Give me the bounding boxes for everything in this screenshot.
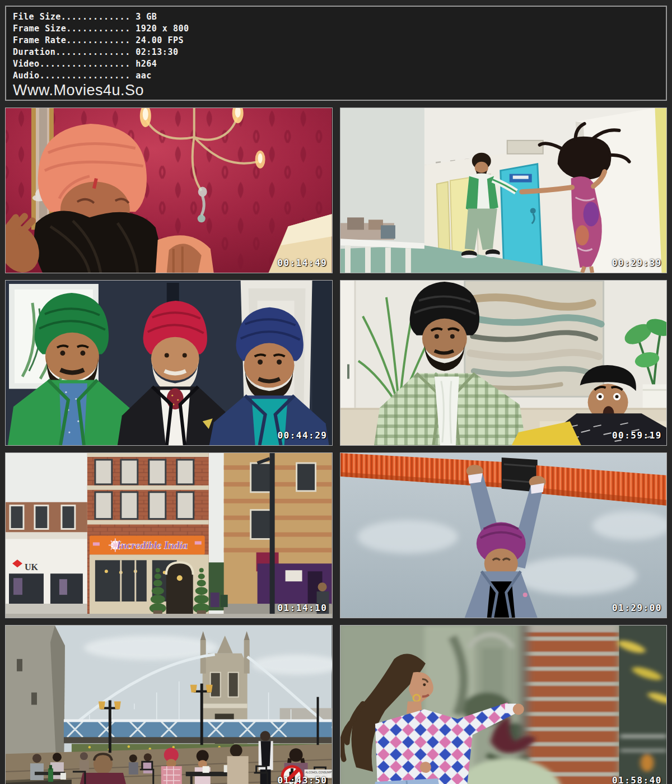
timestamp-overlay: 01:58:40 <box>612 775 662 784</box>
media-info-line: Frame Size............ 1920 x 800 <box>13 23 660 35</box>
media-info-line: Frame Rate............ 24.00 FPS <box>13 35 660 46</box>
warning-label-text: ALCOHOL CONSUMPTION IS INJURI <box>306 771 332 774</box>
screenshot-thumbnail-3: 00:44:29 <box>5 280 333 446</box>
wheelie-bin-green <box>221 595 228 607</box>
street-lamp-pole <box>270 453 275 618</box>
scene-tower-bridge: ALCOHOL CONSUMPTION IS INJURI <box>6 626 332 784</box>
timestamp-overlay: 00:29:39 <box>612 258 662 268</box>
timestamp-overlay: 00:59:19 <box>612 430 662 441</box>
media-info-sheet: File Size............. 3 GBFrame Size...… <box>0 0 672 784</box>
screenshot-thumbnail-1: 00:14:49 <box>5 108 333 273</box>
screenshot-thumbnail-4: 00:59:19 <box>340 280 668 446</box>
timestamp-overlay: 01:43:50 <box>277 775 327 784</box>
shop-window <box>616 626 666 784</box>
timestamp-overlay: 01:29:00 <box>612 603 662 613</box>
scene-red-room <box>6 108 332 273</box>
restaurant-sign-text: Incredible India <box>116 539 188 551</box>
scene-street: UK Incredible India <box>6 453 332 618</box>
media-info-line: Audio................. aac <box>13 70 660 82</box>
wheelie-bin-purple <box>211 592 220 607</box>
scene-motion-blur <box>340 626 667 784</box>
blurred-brick-pillar <box>520 626 619 784</box>
timestamp-overlay: 01:14:10 <box>277 603 327 613</box>
right-building <box>211 453 332 618</box>
timestamp-overlay: 00:14:49 <box>277 258 327 268</box>
media-info-list: File Size............. 3 GBFrame Size...… <box>13 11 660 82</box>
scene-sofa <box>340 281 667 445</box>
media-info-panel: File Size............. 3 GBFrame Size...… <box>5 6 667 101</box>
scene-pipe <box>340 453 667 618</box>
scene-three-men <box>6 281 332 445</box>
left-building: UK <box>6 502 87 618</box>
bridge-deck <box>64 719 332 743</box>
media-info-line: File Size............. 3 GB <box>13 11 660 23</box>
media-info-line: Duration.............. 02:13:30 <box>13 46 660 58</box>
scene-promenade <box>340 108 667 273</box>
screenshot-thumbnail-2: 00:29:39 <box>340 108 668 273</box>
center-building: Incredible India <box>87 453 210 616</box>
watermark: Www.Movies4u.So <box>13 82 660 99</box>
screenshot-thumbnail-5: UK Incredible India <box>5 452 333 618</box>
screenshot-grid: 00:14:49 <box>5 108 667 784</box>
bank-sign-text: UK <box>25 562 39 572</box>
screenshot-thumbnail-8: 01:58:40 <box>340 625 668 784</box>
screenshot-thumbnail-6: 01:29:00 <box>340 452 668 618</box>
timestamp-overlay: 00:44:29 <box>277 430 327 441</box>
screenshot-thumbnail-7: ALCOHOL CONSUMPTION IS INJURI 01:43:50 <box>5 625 333 784</box>
media-info-line: Video................. h264 <box>13 58 660 70</box>
